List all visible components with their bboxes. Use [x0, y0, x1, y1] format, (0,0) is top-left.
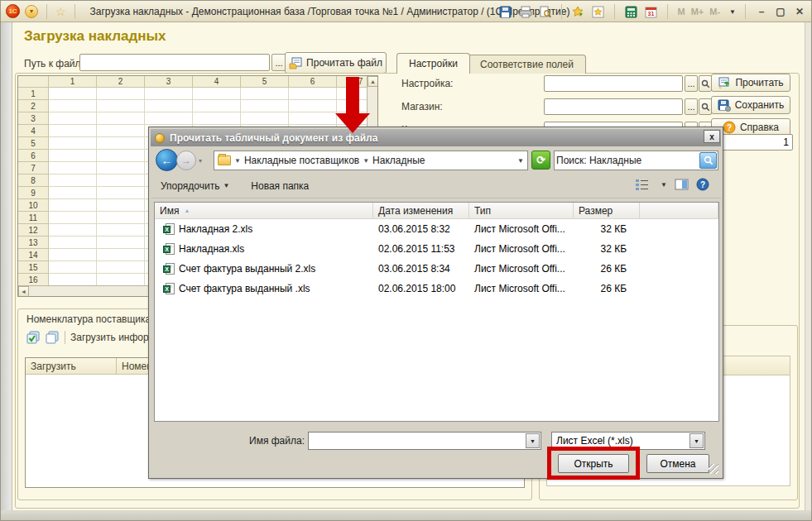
- refresh-button[interactable]: ⟳: [531, 151, 550, 170]
- organize-menu[interactable]: Упорядочить: [161, 180, 219, 192]
- grid-cell[interactable]: [97, 274, 145, 286]
- grid-cell[interactable]: [97, 199, 145, 212]
- dialog-titlebar[interactable]: Прочитать табличный документ из файла: [151, 129, 721, 146]
- grid-cell[interactable]: [145, 112, 193, 125]
- tab-Настройки[interactable]: Настройки: [396, 53, 470, 74]
- preview-pane-icon[interactable]: [675, 179, 689, 190]
- grid-row-header[interactable]: 13: [18, 237, 49, 249]
- history-caret-icon[interactable]: ▾: [199, 157, 202, 165]
- caret-down-icon[interactable]: ▼: [729, 8, 736, 16]
- grid-row-header[interactable]: 1: [18, 88, 49, 100]
- minimize-button[interactable]: –: [755, 6, 768, 17]
- grid-cell[interactable]: [97, 261, 145, 274]
- help-icon[interactable]: ?: [696, 178, 709, 191]
- grid-row-header[interactable]: 12: [18, 224, 49, 237]
- grid-cell[interactable]: [97, 125, 145, 137]
- main-menu-button[interactable]: ▾: [25, 5, 38, 18]
- grid-cell[interactable]: [241, 88, 289, 100]
- grid-cell[interactable]: [49, 249, 97, 261]
- grid-cell[interactable]: [49, 174, 97, 187]
- grid-row-header[interactable]: 6: [18, 150, 49, 162]
- field-lookup-button[interactable]: [699, 98, 712, 115]
- grid-cell[interactable]: [49, 199, 97, 212]
- search-input[interactable]: [556, 153, 697, 168]
- grid-cell[interactable]: [97, 212, 145, 224]
- grid-column-header[interactable]: 2: [97, 76, 145, 88]
- grid-cell[interactable]: [49, 162, 97, 174]
- cancel-button[interactable]: Отмена: [646, 454, 709, 473]
- grid-column-header[interactable]: 1: [49, 76, 97, 88]
- grid-cell[interactable]: [97, 237, 145, 249]
- read-file-button[interactable]: Прочитать файл: [285, 52, 387, 74]
- grid-row-header[interactable]: 3: [18, 112, 49, 125]
- grid-cell[interactable]: [49, 212, 97, 224]
- grid-cell[interactable]: [49, 237, 97, 249]
- save-settings-button[interactable]: Сохранить: [711, 96, 790, 114]
- grid-cell[interactable]: [97, 100, 145, 112]
- grid-cell[interactable]: [241, 100, 289, 112]
- header-row-number-field[interactable]: [721, 134, 793, 151]
- grid-cell[interactable]: [97, 150, 145, 162]
- scroll-left-icon[interactable]: ◄: [18, 286, 29, 297]
- grid-cell[interactable]: [193, 88, 241, 100]
- grid-row-header[interactable]: 4: [18, 125, 49, 137]
- grid-row-header[interactable]: 7: [18, 162, 49, 174]
- breadcrumb[interactable]: ▼ Накладные поставщиков ▼ Накладные ▼: [214, 151, 528, 170]
- maximize-button[interactable]: ▢: [774, 6, 787, 17]
- breadcrumb-dropdown-icon[interactable]: ▼: [517, 157, 524, 165]
- grid-row-header[interactable]: 16: [18, 274, 49, 286]
- grid-cell[interactable]: [49, 100, 97, 112]
- open-button[interactable]: Открыть: [558, 454, 629, 473]
- column-header-load[interactable]: Загрузить: [26, 358, 117, 375]
- breadcrumb-item-current[interactable]: Накладные: [372, 155, 425, 166]
- file-path-input[interactable]: [79, 54, 270, 71]
- grid-cell[interactable]: [49, 187, 97, 199]
- grid-cell[interactable]: [97, 224, 145, 237]
- chevron-down-icon[interactable]: ▼: [234, 157, 241, 165]
- resize-grip[interactable]: [709, 464, 718, 474]
- filename-combo[interactable]: ▼: [308, 432, 541, 450]
- grid-cell[interactable]: [49, 150, 97, 162]
- combo-dropdown-icon[interactable]: ▼: [689, 433, 704, 448]
- grid-row-header[interactable]: 11: [18, 212, 49, 224]
- close-button[interactable]: ✕: [793, 6, 806, 17]
- grid-cell[interactable]: [241, 112, 289, 125]
- save-icon[interactable]: [498, 5, 512, 19]
- favorites-star-icon[interactable]: ☆: [55, 6, 66, 17]
- uncheck-all-icon[interactable]: [46, 331, 60, 344]
- grid-cell[interactable]: [49, 125, 97, 137]
- grid-cell[interactable]: [289, 100, 337, 112]
- field-input[interactable]: [544, 98, 683, 115]
- grid-cell[interactable]: [49, 261, 97, 274]
- field-browse-button[interactable]: ...: [685, 98, 698, 115]
- grid-cell[interactable]: [145, 100, 193, 112]
- scroll-up-icon[interactable]: ▲: [368, 76, 378, 87]
- add-favorite-icon[interactable]: [571, 5, 585, 19]
- grid-cell[interactable]: [49, 88, 97, 100]
- grid-cell[interactable]: [97, 187, 145, 199]
- print-icon[interactable]: [518, 5, 532, 19]
- grid-cell[interactable]: [289, 112, 337, 125]
- memory-recall-button[interactable]: M: [677, 7, 685, 17]
- file-column-header-3[interactable]: Тип: [469, 203, 574, 219]
- combo-dropdown-icon[interactable]: ▼: [526, 433, 540, 448]
- grid-column-header[interactable]: 4: [193, 76, 241, 88]
- read-settings-button[interactable]: Прочитать: [711, 74, 790, 92]
- file-row[interactable]: XНакладная 2.xls03.06.2015 8:32Лист Micr…: [155, 219, 718, 239]
- breadcrumb-item-parent[interactable]: Накладные поставщиков: [244, 155, 359, 166]
- load-info-button[interactable]: Загрузить информ: [70, 332, 156, 343]
- search-button[interactable]: [699, 152, 717, 169]
- grid-cell[interactable]: [97, 249, 145, 261]
- file-list[interactable]: Имя▲Дата измененияТипРазмер XНакладная 2…: [154, 202, 719, 422]
- grid-row-header[interactable]: 9: [18, 187, 49, 199]
- grid-row-header[interactable]: 14: [18, 249, 49, 261]
- grid-cell[interactable]: [193, 100, 241, 112]
- grid-cell[interactable]: [49, 137, 97, 150]
- memory-subtract-button[interactable]: M-: [709, 7, 720, 17]
- grid-cell[interactable]: [193, 112, 241, 125]
- file-row[interactable]: XСчет фактура выданный 2.xls03.06.2015 8…: [155, 259, 718, 279]
- grid-column-header[interactable]: 5: [241, 76, 289, 88]
- grid-column-header[interactable]: 3: [145, 76, 193, 88]
- file-column-header-4[interactable]: Размер: [574, 203, 640, 219]
- grid-cell[interactable]: [289, 88, 337, 100]
